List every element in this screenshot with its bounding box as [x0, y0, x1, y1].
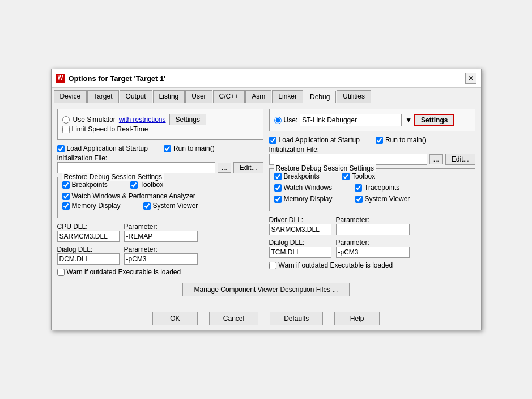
left-column: Use Simulator with restrictions Settings…: [57, 109, 263, 281]
right-memory-display-row: Memory Display: [274, 195, 333, 203]
right-warn-checkbox[interactable]: [269, 262, 276, 269]
limit-speed-checkbox[interactable]: [62, 126, 70, 133]
right-dialog-dll-param-input[interactable]: [336, 247, 410, 258]
limit-speed-label: Limit Speed to Real-Time: [72, 125, 148, 133]
tab-output[interactable]: Output: [120, 90, 152, 103]
right-init-edit-button[interactable]: Edit...: [445, 154, 475, 165]
footer: OK Cancel Defaults Help: [52, 307, 481, 330]
left-memory-display-checkbox[interactable]: [62, 202, 70, 210]
right-memory-display-label: Memory Display: [284, 195, 333, 203]
right-settings-button[interactable]: Settings: [414, 114, 454, 126]
cancel-button[interactable]: Cancel: [209, 312, 258, 325]
left-init-file-label: Initialization File:: [57, 154, 263, 162]
left-restore-group-label: Restore Debug Session Settings: [62, 173, 164, 181]
right-driver-dll-section: Driver DLL: Parameter:: [269, 216, 475, 235]
tab-listing[interactable]: Listing: [153, 90, 185, 103]
right-toolbox-row: Toolbox: [342, 172, 375, 180]
right-warn-row: Warn if outdated Executable is loaded: [269, 261, 475, 269]
use-simulator-radio[interactable]: [62, 116, 70, 124]
right-toolbox-checkbox[interactable]: [342, 173, 350, 180]
right-dialog-dll-input[interactable]: [269, 247, 331, 258]
left-settings-button[interactable]: Settings: [169, 114, 206, 125]
left-dialog-dll-input[interactable]: [57, 253, 120, 265]
right-system-viewer-checkbox[interactable]: [355, 196, 363, 203]
left-init-dots-button[interactable]: ...: [218, 163, 231, 173]
use-debugger-radio[interactable]: [274, 117, 282, 124]
tab-asm[interactable]: Asm: [245, 90, 271, 103]
tab-user[interactable]: User: [185, 90, 212, 103]
debugger-input[interactable]: [300, 114, 402, 126]
right-init-file-row: ... Edit...: [269, 154, 475, 165]
right-breakpoints-row: Breakpoints: [274, 172, 320, 180]
left-run-to-main-checkbox[interactable]: [164, 145, 171, 152]
left-toolbox-row: Toolbox: [130, 181, 163, 189]
right-tracepoints-label: Tracepoints: [364, 184, 399, 192]
ok-button[interactable]: OK: [152, 312, 198, 325]
left-toolbox-label: Toolbox: [140, 181, 163, 189]
right-system-viewer-label: System Viewer: [365, 195, 410, 203]
tab-cpp[interactable]: C/C++: [213, 90, 245, 103]
left-watch-windows-row: Watch Windows & Performance Analyzer: [62, 192, 258, 200]
right-dialog-dll-inputs: [269, 247, 475, 258]
left-system-viewer-checkbox[interactable]: [143, 202, 151, 210]
left-restore-group: Restore Debug Session Settings Breakpoin…: [57, 177, 263, 218]
tab-linker[interactable]: Linker: [272, 90, 303, 103]
right-tracepoints-checkbox[interactable]: [355, 184, 362, 192]
left-top-section: Use Simulator with restrictions Settings…: [57, 109, 263, 140]
left-breakpoints-checkbox[interactable]: [62, 181, 70, 189]
right-run-to-main-checkbox[interactable]: [376, 137, 383, 144]
right-init-file-section: Initialization File: ... Edit...: [269, 146, 475, 165]
right-driver-dll-inputs: [269, 224, 475, 235]
right-init-dots-button[interactable]: ...: [429, 154, 443, 164]
right-tracepoints-row: Tracepoints: [355, 184, 399, 192]
left-watch-windows-checkbox[interactable]: [62, 193, 70, 200]
with-restrictions-link[interactable]: with restrictions: [119, 116, 166, 124]
left-breakpoints-label: Breakpoints: [72, 181, 108, 189]
right-toolbox-label: Toolbox: [352, 172, 375, 180]
left-cpu-dll-input[interactable]: [57, 231, 120, 242]
left-warn-row: Warn if outdated Executable is loaded: [57, 268, 263, 276]
right-watch-windows-checkbox[interactable]: [274, 184, 282, 192]
right-restore-group-label: Restore Debug Session Settings: [274, 164, 376, 172]
right-breakpoints-label: Breakpoints: [284, 172, 320, 180]
left-dialog-dll-inputs: [57, 253, 263, 265]
title-bar: W Options for Target 'Target 1' ✕: [52, 69, 481, 88]
right-breakpoints-checkbox[interactable]: [274, 173, 282, 180]
manage-btn-container: Manage Component Viewer Description File…: [57, 283, 475, 296]
right-driver-dll-input[interactable]: [269, 224, 331, 235]
left-warn-label: Warn if outdated Executable is loaded: [67, 268, 181, 276]
main-content: Use Simulator with restrictions Settings…: [52, 103, 481, 307]
left-init-file-input[interactable]: [57, 162, 215, 173]
title-bar-left: W Options for Target 'Target 1': [56, 74, 166, 83]
tab-utilities[interactable]: Utilities: [337, 90, 371, 103]
left-dialog-dll-param-input[interactable]: [124, 253, 198, 265]
left-toolbox-checkbox[interactable]: [130, 181, 138, 189]
tab-debug[interactable]: Debug: [304, 91, 336, 103]
dropdown-arrow-icon: ▼: [405, 116, 412, 124]
right-watch-windows-label: Watch Windows: [284, 184, 333, 192]
manage-component-button[interactable]: Manage Component Viewer Description File…: [182, 283, 350, 296]
left-dialog-dll-param-label: Parameter:: [124, 245, 158, 253]
right-load-app-checkbox[interactable]: [269, 137, 276, 144]
close-button[interactable]: ✕: [465, 73, 476, 84]
right-memory-system-row: Memory Display System Viewer: [274, 195, 470, 205]
right-warn-label: Warn if outdated Executable is loaded: [279, 261, 393, 269]
use-debugger-row: Use: ▼ Settings: [274, 114, 470, 126]
help-button[interactable]: Help: [334, 312, 380, 325]
left-init-edit-button[interactable]: Edit...: [233, 162, 263, 173]
left-init-file-row: ... Edit...: [57, 162, 263, 173]
left-cpu-dll-param-input[interactable]: [124, 231, 198, 242]
left-dialog-dll-labels: Dialog DLL: Parameter:: [57, 245, 263, 253]
left-memory-display-row: Memory Display: [62, 202, 121, 210]
tab-target[interactable]: Target: [87, 90, 118, 103]
right-memory-display-checkbox[interactable]: [274, 196, 282, 203]
left-load-app-checkbox[interactable]: [57, 145, 65, 152]
use-label: Use:: [284, 116, 298, 124]
right-dialog-dll-section: Dialog DLL: Parameter:: [269, 239, 475, 258]
right-driver-dll-param-input[interactable]: [336, 224, 410, 235]
right-init-file-input[interactable]: [269, 154, 427, 165]
defaults-button[interactable]: Defaults: [270, 312, 323, 325]
tab-device[interactable]: Device: [54, 90, 87, 103]
two-column-layout: Use Simulator with restrictions Settings…: [57, 109, 475, 281]
left-warn-checkbox[interactable]: [57, 269, 65, 276]
